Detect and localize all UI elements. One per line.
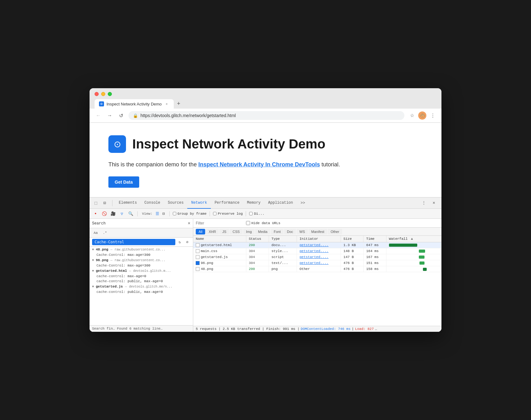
reload-button[interactable]: ↺ bbox=[117, 112, 125, 119]
table-row[interactable]: 48.png 200 png Other 476 B 158 ms bbox=[193, 266, 441, 272]
disable-cache-label[interactable]: Di... bbox=[249, 212, 264, 216]
type-img-button[interactable]: Img bbox=[243, 229, 255, 234]
back-button[interactable]: ← bbox=[95, 112, 102, 119]
row-initiator[interactable]: getstarted.... bbox=[297, 242, 341, 248]
page-title: Inspect Network Activity Demo bbox=[132, 137, 326, 152]
list-view-button[interactable]: ☰ bbox=[154, 211, 161, 217]
row-initiator[interactable]: getstarted.... bbox=[297, 254, 341, 260]
disable-cache-checkbox[interactable] bbox=[249, 212, 253, 215]
profile-avatar[interactable]: 🐵 bbox=[418, 111, 426, 120]
row-type: script bbox=[269, 254, 297, 260]
search-result-js[interactable]: ▼ getstarted.js — devtools.glitch.me/n..… bbox=[90, 284, 193, 289]
disable-cache-text: Di... bbox=[254, 212, 264, 216]
browser-tab[interactable]: ⊙ Inspect Network Activity Demo × bbox=[95, 99, 174, 109]
devtools-right-controls: ⋮ × bbox=[420, 199, 439, 207]
new-tab-button[interactable]: + bbox=[174, 99, 183, 108]
tab-memory[interactable]: Memory bbox=[243, 197, 264, 209]
type-other-button[interactable]: Other bbox=[328, 229, 342, 234]
table-row[interactable]: getstarted.js 304 script getstarted.... … bbox=[193, 254, 441, 260]
type-js-button[interactable]: JS bbox=[219, 229, 229, 234]
forward-button[interactable]: → bbox=[106, 112, 113, 119]
lock-icon: 🔒 bbox=[133, 113, 138, 118]
search-button[interactable]: 🔍 bbox=[127, 210, 134, 217]
record-button[interactable]: ● bbox=[92, 210, 99, 217]
type-css-button[interactable]: CSS bbox=[230, 229, 243, 234]
tab-application[interactable]: Application bbox=[264, 197, 297, 209]
maximize-button[interactable] bbox=[108, 92, 112, 96]
devtools-close-icon[interactable]: × bbox=[430, 199, 438, 207]
row-initiator[interactable]: getstarted.... bbox=[297, 248, 341, 254]
search-status: Search fin… Found 6 matching line… bbox=[90, 325, 193, 332]
close-button[interactable] bbox=[95, 92, 99, 96]
table-row[interactable]: getstarted.html 200 docu... getstarted..… bbox=[193, 242, 441, 248]
case-sensitive-button[interactable]: Aa bbox=[92, 230, 99, 235]
screenshot-button[interactable]: 🎥 bbox=[110, 210, 117, 217]
preserve-log-text: Preserve log bbox=[218, 212, 243, 216]
type-doc-button[interactable]: Doc bbox=[284, 229, 296, 234]
get-data-button[interactable]: Get Data bbox=[108, 176, 139, 188]
hide-data-urls-label[interactable]: Hide data URLs bbox=[246, 221, 280, 225]
type-media-button[interactable]: Media bbox=[255, 229, 270, 234]
result-file-4: getstarted.js — devtools.glitch.me/n... bbox=[96, 285, 172, 288]
search-refresh-icon[interactable]: ↻ bbox=[177, 239, 183, 245]
table-header-row: Name Status Type Initiator Size Time Wat… bbox=[193, 236, 441, 242]
group-view-button[interactable]: ⊟ bbox=[161, 211, 166, 217]
status-ellipsis: … bbox=[375, 327, 377, 331]
search-result-96png[interactable]: ▼ 96.png — raw.githubusercontent.co... bbox=[90, 257, 193, 263]
table-row[interactable]: 96.png 304 text/... getstarted.... 476 B… bbox=[193, 260, 441, 266]
inspect-element-icon[interactable]: ⬚ bbox=[92, 199, 100, 207]
search-result-48png[interactable]: ▼ 48.png — raw.githubusercontent.co... bbox=[90, 247, 193, 252]
row-name: 96.png bbox=[193, 260, 246, 266]
group-by-frame-label[interactable]: Group by frame bbox=[173, 212, 206, 216]
search-clear-icon[interactable]: ⊘ bbox=[184, 239, 190, 245]
type-font-button[interactable]: Font bbox=[271, 229, 283, 234]
regex-button[interactable]: .* bbox=[101, 230, 108, 235]
preserve-log-checkbox[interactable] bbox=[213, 212, 216, 215]
row-time: 167 ms bbox=[364, 254, 386, 260]
browser-window: ⊙ Inspect Network Activity Demo × + ← → … bbox=[90, 88, 441, 332]
bookmark-icon[interactable]: ☆ bbox=[408, 112, 416, 119]
filter-button[interactable]: ▽ bbox=[118, 210, 125, 217]
tab-performance[interactable]: Performance bbox=[211, 197, 243, 209]
file-icon-blue bbox=[196, 261, 200, 265]
group-by-frame-checkbox[interactable] bbox=[173, 212, 176, 215]
toolbar-separator bbox=[137, 211, 138, 216]
tab-network[interactable]: Network bbox=[187, 197, 211, 209]
preserve-log-label[interactable]: Preserve log bbox=[213, 212, 243, 216]
filter-input[interactable] bbox=[196, 221, 243, 225]
tab-sources[interactable]: Sources bbox=[164, 197, 187, 209]
row-status: 200 bbox=[246, 266, 269, 272]
type-ws-button[interactable]: WS bbox=[297, 229, 308, 234]
search-input-wrap: ↻ ⊘ bbox=[90, 238, 193, 247]
row-initiator[interactable]: getstarted.... bbox=[297, 260, 341, 266]
type-all-button[interactable]: All bbox=[196, 229, 205, 234]
type-filter-bar: All XHR JS CSS Img Media Font Doc WS Man… bbox=[193, 228, 441, 236]
address-right: ☆ 🐵 ⋮ bbox=[408, 111, 436, 120]
stop-recording-button[interactable]: 🚫 bbox=[101, 210, 108, 217]
status-separator: | bbox=[352, 327, 354, 331]
search-input[interactable] bbox=[92, 239, 175, 245]
devtools-link[interactable]: Inspect Network Activity In Chrome DevTo… bbox=[198, 161, 320, 168]
group-by-frame-text: Group by frame bbox=[178, 212, 206, 216]
device-toolbar-icon[interactable]: ⊡ bbox=[101, 199, 108, 207]
file-icon bbox=[196, 249, 200, 253]
waterfall-bar bbox=[419, 250, 425, 253]
search-header: Search × bbox=[90, 219, 193, 228]
browser-menu-icon[interactable]: ⋮ bbox=[429, 112, 436, 119]
hide-data-urls-checkbox[interactable] bbox=[246, 221, 250, 225]
devtools-menu-icon[interactable]: ⋮ bbox=[420, 199, 428, 207]
search-panel-close[interactable]: × bbox=[188, 221, 190, 226]
more-tabs-button[interactable]: >> bbox=[298, 201, 308, 205]
devtools-panel: ⬚ ⊡ Elements Console Sources Network Per… bbox=[90, 197, 441, 332]
table-row[interactable]: main.css 304 style... getstarted.... 148… bbox=[193, 248, 441, 254]
type-xhr-button[interactable]: XHR bbox=[206, 229, 219, 234]
tab-close-button[interactable]: × bbox=[164, 101, 169, 106]
tab-console[interactable]: Console bbox=[141, 197, 164, 209]
tab-elements[interactable]: Elements bbox=[115, 197, 141, 209]
type-manifest-button[interactable]: Manifest bbox=[309, 229, 327, 234]
minimize-button[interactable] bbox=[101, 92, 105, 96]
url-bar[interactable]: 🔒 https://devtools.glitch.me/network/get… bbox=[129, 111, 404, 120]
url-full: https://devtools.glitch.me/network/getst… bbox=[140, 113, 236, 118]
search-result-html[interactable]: ▼ getstarted.html — devtools.glitch.m... bbox=[90, 268, 193, 274]
row-time: 151 ms bbox=[364, 260, 386, 266]
